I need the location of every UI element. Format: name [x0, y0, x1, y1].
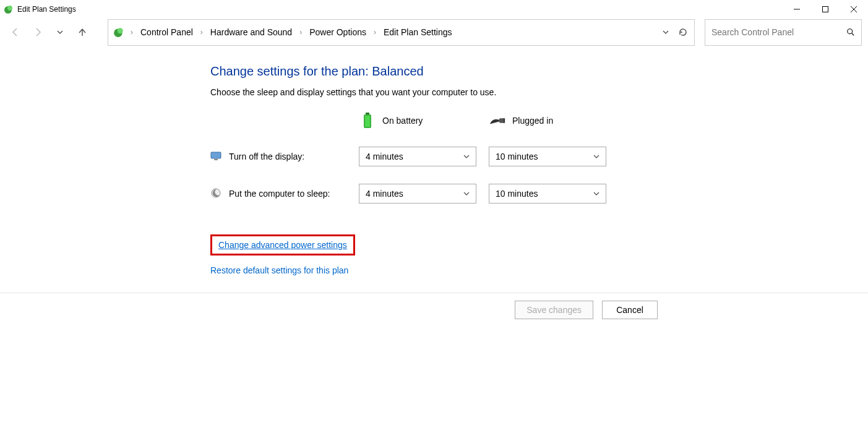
sleep-battery-value: 4 minutes	[366, 189, 403, 199]
address-icon	[113, 27, 124, 38]
breadcrumb-edit-plan[interactable]: Edit Plan Settings	[382, 25, 453, 40]
settings-grid: On battery Plugged in Turn off the displ…	[210, 112, 868, 204]
plug-icon	[489, 112, 506, 129]
moon-icon	[210, 187, 223, 200]
address-dropdown-icon[interactable]	[662, 28, 669, 36]
breadcrumb-control-panel[interactable]: Control Panel	[139, 25, 194, 40]
titlebar: Edit Plan Settings	[0, 0, 868, 19]
link-restore-defaults[interactable]: Restore default settings for this plan	[210, 265, 868, 275]
breadcrumb-power-options[interactable]: Power Options	[308, 25, 367, 40]
row-turn-off-display: Turn off the display:	[210, 150, 346, 163]
main-content: Change settings for the plan: Balanced C…	[0, 46, 868, 275]
page-heading: Change settings for the plan: Balanced	[210, 64, 868, 79]
breadcrumb-separator: ›	[297, 28, 304, 36]
svg-rect-15	[214, 159, 218, 160]
footer: Save changes Cancel	[0, 293, 868, 319]
svg-rect-3	[823, 7, 828, 12]
cancel-button[interactable]: Cancel	[602, 301, 658, 319]
window-controls	[783, 0, 868, 19]
address-bar[interactable]: › Control Panel › Hardware and Sound › P…	[108, 19, 695, 46]
row-sleep: Put the computer to sleep:	[210, 187, 346, 200]
search-icon[interactable]	[846, 28, 855, 36]
chevron-down-icon	[463, 191, 470, 197]
svg-rect-10	[366, 113, 369, 114]
svg-point-7	[118, 28, 123, 33]
back-button[interactable]	[6, 23, 25, 41]
column-on-battery-label: On battery	[382, 116, 423, 126]
svg-rect-14	[211, 152, 221, 158]
sleep-plugged-value: 10 minutes	[496, 189, 538, 199]
close-button[interactable]	[840, 0, 868, 19]
svg-line-9	[852, 33, 854, 36]
display-icon	[210, 150, 223, 163]
svg-point-8	[848, 29, 853, 34]
column-plugged-in-label: Plugged in	[512, 116, 553, 126]
breadcrumb-hardware[interactable]: Hardware and Sound	[209, 25, 293, 40]
breadcrumb-separator: ›	[198, 28, 205, 36]
highlight-box: Change advanced power settings	[210, 234, 355, 255]
maximize-button[interactable]	[811, 0, 840, 19]
links-section: Change advanced power settings Restore d…	[210, 234, 868, 275]
chevron-down-icon	[463, 153, 470, 160]
display-plugged-select[interactable]: 10 minutes	[489, 147, 606, 166]
save-button[interactable]: Save changes	[515, 301, 593, 319]
sleep-battery-select[interactable]: 4 minutes	[359, 184, 476, 204]
history-dropdown[interactable]	[51, 23, 69, 41]
sleep-plugged-select[interactable]: 10 minutes	[489, 184, 606, 204]
search-box[interactable]	[705, 19, 862, 46]
minimize-button[interactable]	[783, 0, 811, 19]
row-turn-off-display-label: Turn off the display:	[229, 152, 304, 161]
row-sleep-label: Put the computer to sleep:	[229, 189, 330, 199]
breadcrumb-separator: ›	[128, 28, 135, 36]
link-advanced-power-settings[interactable]: Change advanced power settings	[218, 240, 347, 250]
battery-icon	[359, 112, 376, 129]
column-on-battery: On battery	[359, 112, 476, 129]
svg-rect-13	[499, 118, 504, 122]
svg-point-1	[7, 6, 12, 11]
refresh-icon[interactable]	[678, 27, 688, 37]
window-title: Edit Plan Settings	[17, 5, 76, 14]
forward-button[interactable]	[28, 23, 47, 41]
svg-line-5	[851, 6, 857, 12]
chevron-down-icon	[593, 153, 599, 160]
svg-rect-12	[365, 116, 370, 127]
chevron-down-icon	[593, 191, 599, 197]
page-subtext: Choose the sleep and display settings th…	[210, 87, 868, 97]
breadcrumb-separator: ›	[371, 28, 379, 36]
display-plugged-value: 10 minutes	[496, 152, 538, 161]
display-battery-value: 4 minutes	[366, 152, 403, 161]
svg-line-4	[851, 6, 857, 12]
column-plugged-in: Plugged in	[489, 112, 606, 129]
app-icon	[4, 4, 14, 14]
display-battery-select[interactable]: 4 minutes	[359, 147, 476, 166]
navigation-bar: › Control Panel › Hardware and Sound › P…	[0, 19, 868, 46]
up-button[interactable]	[73, 23, 92, 41]
search-input[interactable]	[711, 27, 846, 37]
